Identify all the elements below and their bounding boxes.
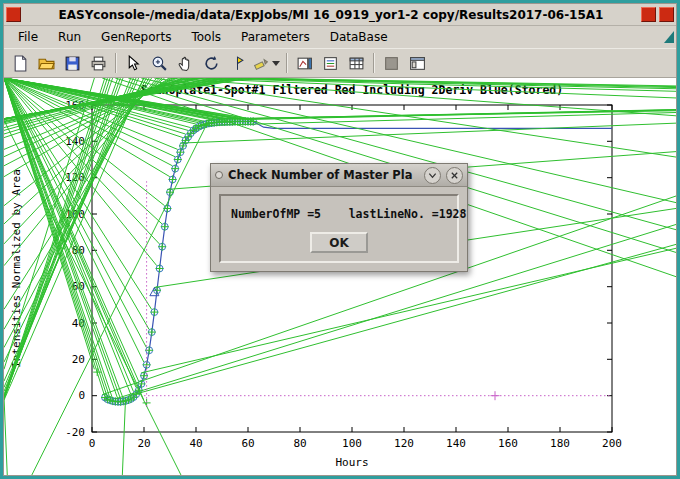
close-button[interactable] <box>659 7 674 22</box>
svg-text:160: 160 <box>498 437 518 450</box>
insert-legend-button[interactable] <box>318 51 343 75</box>
svg-text:20: 20 <box>137 437 150 450</box>
dialog-message: NumberOfMP =5 lastLineNo. =1928 <box>227 207 451 221</box>
menu-item-file[interactable]: File <box>8 28 48 46</box>
svg-text:-20: -20 <box>65 426 85 439</box>
ok-button[interactable]: OK <box>310 232 368 253</box>
rotate-3d-button[interactable] <box>199 51 224 75</box>
pan-hand-button[interactable] <box>173 51 198 75</box>
print-button[interactable] <box>86 51 111 75</box>
brush-icon <box>253 55 270 72</box>
data-table-button[interactable] <box>344 51 369 75</box>
minimize-button[interactable] <box>641 7 656 22</box>
brush-dropdown-icon[interactable] <box>272 61 280 66</box>
svg-text:40: 40 <box>189 437 202 450</box>
window-title: EASYconsole-/media/data/ExpJobs/MI 16_09… <box>24 8 638 22</box>
svg-text:Hours: Hours <box>335 456 368 469</box>
svg-text:0: 0 <box>89 437 96 450</box>
dialog-menu-dot-icon <box>215 171 223 179</box>
open-folder-icon <box>38 55 55 72</box>
data-cursor-button[interactable] <box>225 51 250 75</box>
select-arrow-icon <box>125 55 142 72</box>
app-window: EASYconsole-/media/data/ExpJobs/MI 16_09… <box>0 0 680 479</box>
close-icon <box>450 171 459 180</box>
svg-text:120: 120 <box>394 437 414 450</box>
svg-text:20: 20 <box>72 353 85 366</box>
dialog-minimize-button[interactable] <box>424 167 441 184</box>
svg-text:140: 140 <box>446 437 466 450</box>
new-document-icon <box>12 55 29 72</box>
svg-text:180: 180 <box>550 437 570 450</box>
dialog-titlebar[interactable]: Check Number of Master Pla <box>211 164 467 187</box>
pan-hand-icon <box>177 55 194 72</box>
print-icon <box>90 55 107 72</box>
dialog-panel: NumberOfMP =5 lastLineNo. =1928 OK <box>219 194 459 263</box>
chevron-down-icon <box>428 171 437 180</box>
plot-canvas: 020406080100120140160180200-200204060801… <box>4 78 676 475</box>
toolbar <box>4 48 676 78</box>
menubar-grip-icon <box>664 31 674 43</box>
svg-text:200: 200 <box>602 437 622 450</box>
brush-button[interactable] <box>251 51 282 75</box>
insert-colorbar-button[interactable] <box>292 51 317 75</box>
dialog-body: NumberOfMP =5 lastLineNo. =1928 OK <box>211 187 467 271</box>
svg-text:0: 0 <box>78 389 85 402</box>
titlebar[interactable]: EASYconsole-/media/data/ExpJobs/MI 16_09… <box>4 4 676 26</box>
menu-item-parameters[interactable]: Parameters <box>231 28 320 46</box>
window-menu-button[interactable] <box>6 7 21 22</box>
menu-item-run[interactable]: Run <box>48 28 91 46</box>
new-document-button[interactable] <box>8 51 33 75</box>
save-icon <box>64 55 81 72</box>
data-table-icon <box>348 55 365 72</box>
check-master-plates-dialog: Check Number of Master Pla NumberOfMP =5… <box>210 163 468 272</box>
insert-legend-icon <box>322 55 339 72</box>
zoom-in-button[interactable] <box>147 51 172 75</box>
svg-text:100: 100 <box>342 437 362 450</box>
menubar: File Run GenReports Tools Parameters Dat… <box>4 26 676 48</box>
menu-item-database[interactable]: DataBase <box>320 28 398 46</box>
save-button[interactable] <box>60 51 85 75</box>
dialog-close-button[interactable] <box>446 167 463 184</box>
svg-text:60: 60 <box>241 437 254 450</box>
show-plot-tools-button[interactable] <box>405 51 430 75</box>
toolbar-separator <box>373 53 375 73</box>
open-folder-button[interactable] <box>34 51 59 75</box>
data-cursor-icon <box>229 55 246 72</box>
window-chrome: EASYconsole-/media/data/ExpJobs/MI 16_09… <box>3 3 677 476</box>
menu-item-tools[interactable]: Tools <box>181 28 231 46</box>
dialog-title: Check Number of Master Pla <box>228 168 419 182</box>
toolbar-separator <box>115 53 117 73</box>
toolbar-separator <box>286 53 288 73</box>
show-plot-tools-icon <box>409 55 426 72</box>
menu-item-genreports[interactable]: GenReports <box>91 28 181 46</box>
insert-colorbar-icon <box>296 55 313 72</box>
hide-plot-tools-icon <box>383 55 400 72</box>
zoom-in-icon <box>151 55 168 72</box>
select-arrow-button[interactable] <box>121 51 146 75</box>
hide-plot-tools-button[interactable] <box>379 51 404 75</box>
rotate-3d-icon <box>203 55 220 72</box>
svg-text:80: 80 <box>293 437 306 450</box>
figure-area: 020406080100120140160180200-200204060801… <box>4 78 676 475</box>
